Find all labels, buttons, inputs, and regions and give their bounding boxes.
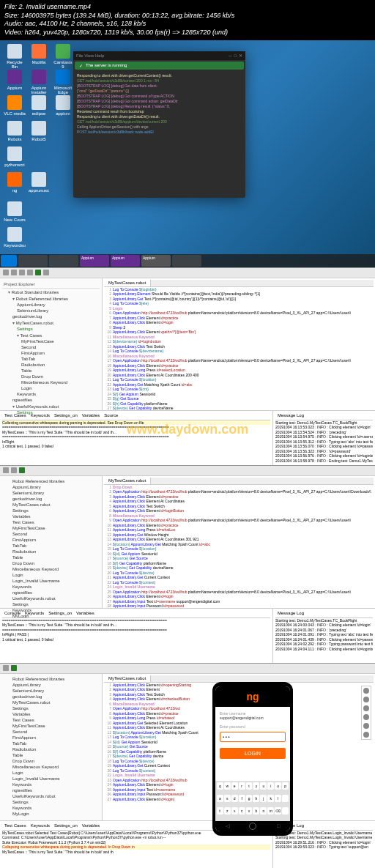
keyboard-key[interactable]: h [253,795,259,802]
start-button[interactable] [1,255,17,267]
ide-toolbar[interactable] [0,268,375,278]
tree-item[interactable]: Settings [2,705,100,711]
tree-testcase[interactable]: MyFirstTestCase [2,338,100,344]
tree-testcase[interactable]: FirstAppium [2,350,100,356]
desktop-icon-recycle[interactable]: Recycle Bin [4,44,26,69]
message-log[interactable]: Message Log Starting test: Demo1.MyTestC… [272,411,375,465]
tree-item[interactable]: SeleniumLibrary [2,688,100,694]
tree-item[interactable]: Test Cases [2,332,100,338]
tree-item[interactable]: Settings [2,799,100,805]
keyboard-key[interactable]: w [224,782,231,790]
tree-item[interactable]: Table [2,752,100,758]
tree-item[interactable]: MyTestCases.robot [2,319,100,326]
tree-item[interactable]: ngtestfiles [2,787,100,793]
console-tab[interactable]: Test Cases [4,823,26,829]
message-log[interactable]: Message Log Starting test: Demo1.MyTestC… [272,609,375,663]
tree-testcase[interactable]: Second [2,344,100,350]
code-editor[interactable]: MyTestCases.robot 1Drop Down2Open Applic… [103,476,375,608]
tree-item[interactable]: Settings [2,601,100,607]
tree-item[interactable]: FirstAppium [2,537,100,543]
tree-item[interactable]: Miscellaneous Keyword [2,566,100,572]
code-line[interactable]: 27${device} Get Capability deviceName [104,406,374,410]
tree-testcase[interactable]: Table [2,368,100,374]
tree-item[interactable]: Miscellaneous Keyword [2,764,100,770]
toolbar-icon[interactable] [19,270,25,275]
recent-icon[interactable]: □ [277,823,280,828]
tree-item[interactable]: Settings [2,508,100,513]
console-tab[interactable]: Keywords [31,413,50,419]
toolbar-icon[interactable] [3,270,9,275]
home-icon[interactable] [249,823,256,830]
keyboard-key[interactable] [282,807,289,815]
console-tab[interactable]: Variables [82,413,100,419]
console-tab[interactable]: Settings_on [54,413,78,419]
tree-item[interactable]: Keywords [2,391,100,397]
tree-item[interactable]: Second [2,729,100,735]
tree-item[interactable]: Drop Down [2,758,100,764]
keyboard-key[interactable]: e [231,782,238,790]
desktop-icon-mozilla[interactable]: Mozilla [28,44,50,64]
tree-item[interactable]: MyFirstTestCase [2,525,100,531]
rotate-icon[interactable] [363,705,369,711]
keyboard-key[interactable]: k [267,795,274,802]
taskbar-app[interactable] [172,255,201,267]
tree-item[interactable]: MyLogin [2,811,100,817]
ide-console[interactable]: Test Cases Keywords Settings_on Variable… [0,410,375,465]
tree-item[interactable]: Login [2,572,100,578]
android-emulator[interactable]: ng Enter username support@engendigital.c… [212,682,293,836]
console-tab[interactable]: Keywords [25,611,44,617]
tree-item[interactable]: Variables [2,513,100,519]
tree-item[interactable]: Keywords [2,584,100,590]
run-icon[interactable] [35,270,41,275]
toolbar-icon[interactable] [27,270,33,275]
toolbar-icon[interactable] [11,467,17,473]
tree-item[interactable]: Table [2,554,100,560]
desktop-icon-vlc[interactable]: VLC media [4,95,26,116]
ide-toolbar[interactable] [0,664,375,674]
maximize-icon[interactable]: □ [234,53,237,58]
keyboard-key[interactable]: s [224,795,231,802]
android-nav-bar[interactable]: ◁ □ [215,821,290,831]
run-icon[interactable] [19,467,25,473]
location-icon[interactable] [363,723,369,729]
tree-item[interactable]: Robot Referenced libraries [2,478,100,484]
desktop-icon-appium2[interactable]: appium [52,95,74,116]
tree-item[interactable]: ngtestfiles [2,590,100,596]
tree-item[interactable]: MyFirstTestCase [2,723,100,729]
terminal-menu[interactable]: File View Help [76,53,104,58]
tree-item[interactable]: UsefulKeywords.robot [2,596,100,601]
keyboard-key[interactable]: j [260,795,267,802]
keyboard-key[interactable]: g [246,795,253,802]
desktop-icon-python[interactable]: pythonscri [4,146,26,167]
tree-item[interactable]: geckodriver.log [2,496,100,502]
keyboard-key[interactable]: y [253,782,259,790]
editor-tab[interactable]: MyTestCases.robot [104,280,151,286]
windows-desktop[interactable]: Recycle Bin Mozilla Camtasia 9 Appium Ap… [0,40,375,267]
desktop-icon-appium[interactable]: Appium [4,70,26,90]
keyboard-key[interactable]: o [275,782,281,790]
ide-console[interactable]: Test Cases Keywords Settings_on Variable… [0,820,375,868]
tree-item[interactable]: Radiobutton [2,549,100,554]
tree-item[interactable]: Robot Referenced libraries [2,676,100,682]
desktop-icon-robots[interactable]: Robots [4,121,26,141]
tree-testcase[interactable]: Radiobutton [2,362,100,368]
tree-item[interactable]: Test Cases [2,717,100,723]
desktop-icon-keywords[interactable]: Keywordsu [4,227,26,248]
keyboard-key[interactable]: ⌫ [275,807,281,815]
keyboard-key[interactable]: p [282,782,289,790]
tree-item[interactable]: UsefulKeywords.robot [2,793,100,799]
login-button[interactable]: LOGIN [220,748,286,759]
screenshot-icon[interactable] [363,714,369,720]
emulator-toolbar[interactable] [361,686,371,740]
toolbar-icon[interactable] [3,467,9,473]
windows-taskbar[interactable]: Appium Appium Appium [0,254,375,267]
tree-item[interactable]: Variables [2,711,100,717]
tree-item[interactable]: Login [2,770,100,776]
keyboard-key[interactable]: q [217,782,223,790]
keyboard-key[interactable]: f [239,795,245,802]
console-tab[interactable]: Settings_on [48,611,72,617]
console-tab[interactable]: Variables [82,823,100,829]
project-explorer[interactable]: Robot Referenced librariesAppiumLibraryS… [0,476,103,608]
tree-item[interactable]: Login_Invalid Username [2,578,100,584]
keyboard-key[interactable]: x [231,807,238,815]
